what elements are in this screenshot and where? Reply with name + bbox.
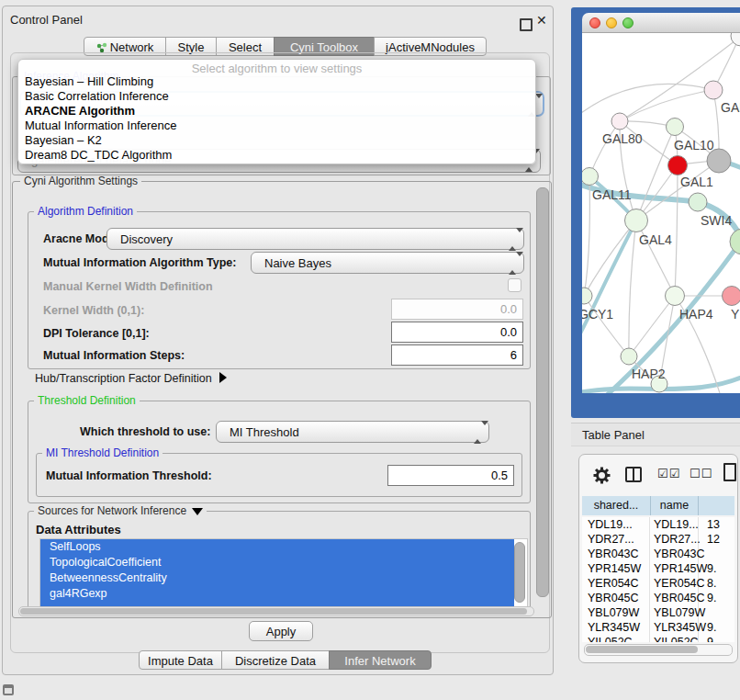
dropdown-placeholder: Select algorithm to view settings [18, 62, 535, 75]
mi-threshold-label: Mutual Information Threshold: [46, 469, 212, 482]
tab-impute-data[interactable]: Impute Data [139, 650, 222, 670]
node-label: GCY1 [582, 307, 613, 322]
data-attributes-list: SelfLoops TopologicalCoefficient Between… [39, 538, 528, 608]
sources-group-title[interactable]: Sources for Network Inference [34, 504, 207, 517]
table-cell[interactable]: YER054C [588, 577, 639, 590]
table-cell[interactable]: YBL079W [654, 606, 705, 619]
float-panel-icon[interactable] [520, 18, 533, 31]
list-vertical-scrollbar[interactable] [514, 542, 525, 603]
dropdown-item[interactable]: Basic Correlation Inference [25, 89, 169, 103]
table-cell[interactable]: YIL052C [588, 636, 633, 642]
network-node[interactable] [704, 81, 723, 99]
network-node-selected[interactable] [668, 156, 688, 175]
list-item[interactable]: SelfLoops [40, 539, 514, 555]
mi-threshold-input[interactable] [387, 465, 514, 486]
network-graph: GAL GAL80 GAL10 GAL1 GAL11 SWI4 GAL4 GCY… [582, 33, 740, 393]
algorithm-dropdown-popup: Select algorithm to view settings Bayesi… [17, 59, 536, 164]
table-cell[interactable]: 13 [707, 518, 720, 531]
column-header[interactable] [699, 496, 734, 515]
table-cell[interactable]: YDL19... [654, 518, 699, 531]
tab-infer-network[interactable]: Infer Network [329, 650, 432, 670]
table-cell[interactable]: YBR045C [588, 592, 639, 604]
table-cell[interactable]: YPR145W [654, 562, 707, 575]
list-item[interactable]: gal4RGexp [40, 586, 514, 607]
table-cell[interactable]: YDL19... [588, 518, 633, 531]
kernel-width-input[interactable] [391, 299, 523, 320]
dropdown-item[interactable]: Dream8 DC_TDC Algorithm [25, 148, 172, 162]
list-item[interactable]: TopologicalCoefficient [40, 555, 514, 570]
table-window: ☑☑ ☐☐ shared... name YDL19...YDL19...13 … [578, 454, 738, 663]
table-cell[interactable]: 8. [707, 577, 716, 590]
network-canvas[interactable]: GAL GAL80 GAL10 GAL1 GAL11 SWI4 GAL4 GCY… [582, 33, 740, 393]
close-window-icon[interactable] [589, 17, 600, 28]
table-cell[interactable]: 9 [707, 636, 713, 642]
network-node[interactable] [582, 288, 592, 304]
close-panel-icon[interactable]: ✕ [536, 13, 547, 28]
mi-type-combo[interactable]: Naive Bayes [251, 252, 524, 274]
table-cell[interactable]: 9. [707, 621, 716, 634]
network-window-titlebar[interactable] [582, 13, 740, 33]
dropdown-item-selected[interactable]: ARACNE Algorithm [25, 104, 135, 118]
dropdown-item[interactable]: Mutual Information Inference [25, 119, 176, 132]
threshold-definition-title: Threshold Definition [34, 394, 140, 407]
zoom-window-icon[interactable] [622, 17, 633, 28]
network-node[interactable] [625, 209, 648, 232]
dropdown-item[interactable]: Bayesian – K2 [25, 133, 102, 147]
gear-icon[interactable] [593, 467, 611, 484]
table-cell[interactable]: 9. [707, 592, 716, 604]
aracne-mode-combo[interactable]: Discovery [107, 228, 524, 250]
control-panel-title: Control Panel [10, 13, 83, 27]
table-cell[interactable]: YER054C [654, 577, 705, 590]
column-header[interactable]: name [651, 496, 699, 515]
table-cell[interactable]: YPR145W [588, 562, 641, 575]
table-cell[interactable]: 12 [707, 533, 720, 546]
network-node[interactable] [611, 113, 628, 130]
network-node[interactable] [667, 119, 684, 136]
network-node[interactable] [723, 287, 740, 306]
mi-steps-label: Mutual Information Steps: [43, 349, 185, 362]
split-columns-icon[interactable] [625, 467, 642, 482]
combo-stepper-icon [509, 232, 517, 246]
list-item[interactable]: BetweennessCentrality [40, 570, 514, 586]
network-node[interactable] [582, 168, 599, 186]
settings-vertical-scrollbar[interactable] [536, 187, 549, 597]
node-label: GAL [721, 100, 740, 115]
minimize-window-icon[interactable] [606, 17, 617, 28]
deselect-all-columns-icon[interactable]: ☐☐ [690, 467, 712, 480]
node-label: GAL11 [592, 187, 632, 202]
table-cell[interactable]: YLR345W [654, 621, 706, 634]
table-horizontal-scrollbar[interactable] [584, 644, 733, 656]
hub-definition-toggle[interactable]: Hub/Transcription Factor Definition [35, 372, 227, 385]
manual-kernel-checkbox[interactable] [508, 278, 521, 292]
kernel-width-label: Kernel Width (0,1): [43, 304, 144, 317]
table-cell[interactable]: YBR043C [654, 548, 705, 560]
table-cell[interactable]: YLR345W [588, 621, 640, 634]
settings-horizontal-scrollbar[interactable] [18, 606, 534, 616]
file-icon[interactable] [723, 463, 736, 481]
node-label: GAL4 [639, 232, 672, 247]
table-cell[interactable]: 9. [707, 562, 716, 575]
table-cell[interactable]: YBR043C [588, 548, 639, 560]
docked-panel-icon[interactable] [3, 684, 14, 695]
network-node[interactable] [689, 193, 707, 211]
apply-button[interactable]: Apply [249, 621, 313, 641]
network-node[interactable] [731, 33, 740, 46]
table-body[interactable]: YDL19...YDL19...13 YDR27...YDR27...12 YB… [582, 517, 734, 642]
network-node[interactable] [621, 348, 637, 365]
aracne-mode-value: Discovery [120, 232, 173, 246]
select-all-columns-icon[interactable]: ☑☑ [657, 467, 680, 480]
tab-discretize-data[interactable]: Discretize Data [221, 650, 330, 670]
table-cell[interactable]: YBL079W [588, 606, 639, 619]
column-header[interactable]: shared... [582, 496, 651, 515]
table-cell[interactable]: YDR27... [654, 533, 701, 546]
dropdown-item[interactable]: Bayesian – Hill Climbing [25, 74, 153, 88]
network-node[interactable] [730, 229, 740, 254]
mi-steps-input[interactable] [391, 344, 523, 366]
table-cell[interactable]: YIL052C [654, 636, 699, 642]
node-label: HAP4 [679, 307, 713, 322]
table-cell[interactable]: YDR27... [588, 533, 634, 546]
table-cell[interactable]: YBR045C [654, 592, 705, 604]
network-node[interactable] [666, 287, 685, 306]
which-threshold-combo[interactable]: MI Threshold [216, 421, 489, 443]
dpi-tolerance-input[interactable] [391, 322, 523, 343]
